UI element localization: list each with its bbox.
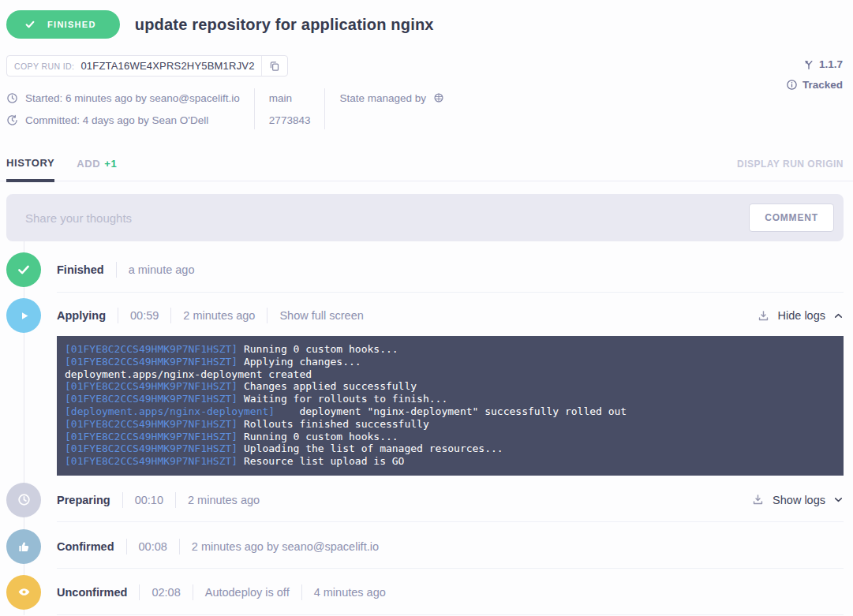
commit-history-icon [6,114,18,126]
log-line: [01FYE8C2CCS49HMK9P7NF1HSZT]Running 0 cu… [65,343,836,356]
meta-git: main 2773843 [269,87,311,131]
status-badge-label: FINISHED [47,20,96,29]
chevron-up-icon[interactable] [833,311,844,321]
log-text: Uploading the list of managed resources.… [244,442,503,454]
chip-divider [261,56,262,76]
preparing-label: Preparing [57,494,110,506]
log-id: [01FYE8C2CCS49HMK9P7NF1HSZT] [65,356,238,368]
log-text: deployment "nginx-deployment" successful… [281,405,627,417]
preparing-clock-icon [6,483,41,517]
log-panel[interactable]: [01FYE8C2CCS49HMK9P7NF1HSZT]Running 0 cu… [57,336,844,476]
comment-button[interactable]: COMMENT [749,203,834,232]
started-line: Started: 6 minutes ago by seano@spacelif… [6,87,240,109]
separator [122,492,123,508]
tab-history[interactable]: HISTORY [6,147,54,182]
show-full-screen-link[interactable]: Show full screen [279,309,363,322]
download-logs-icon[interactable] [751,493,765,506]
tab-add-label: ADD [77,158,100,170]
tab-history-label: HISTORY [6,157,54,169]
version-indicator: 1.1.7 [803,58,843,70]
log-id: [01FYE8C2CCS49HMK9P7NF1HSZT] [65,343,238,355]
log-text: Waiting for rollouts to finish... [244,393,447,405]
finished-label: Finished [57,263,104,276]
run-id-value: 01FZTA16WE4XPRS2HY5BM1RJV2 [80,60,254,72]
info-icon [786,79,798,91]
committed-line: Committed: 4 days ago by Sean O'Dell [6,109,240,131]
log-text: Rollouts finished successfully [244,418,429,430]
finished-check-icon [6,252,41,287]
unconfirmed-autodeploy: Autodeploy is off [205,586,290,599]
run-timeline: Finished a minute ago Applying 00:59 2 m… [0,252,853,615]
meta-times: Started: 6 minutes ago by seano@spacelif… [6,87,240,131]
branch-version-icon [803,59,814,70]
confirmed-thumbs-up-icon [6,529,41,564]
timeline-row-unconfirmed: Unconfirmed 02:08 Autodeploy is off 4 mi… [0,575,853,615]
hide-logs-control[interactable]: Hide logs [757,309,844,323]
confirmed-label: Confirmed [57,540,114,553]
log-id: [01FYE8C2CCS49HMK9P7NF1HSZT] [65,431,238,442]
separator [118,308,118,323]
unconfirmed-ago: 4 minutes ago [314,586,386,599]
log-line: [01FYE8C2CCS49HMK9P7NF1HSZT]Rollouts fin… [65,418,836,431]
confirmed-duration: 00:08 [139,540,167,553]
show-logs-label[interactable]: Show logs [773,494,825,506]
separator [175,492,176,508]
separator [301,584,302,600]
clock-icon [6,92,18,104]
applying-ago: 2 minutes ago [183,309,255,322]
log-text: Applying changes... [244,356,361,368]
separator [116,262,117,278]
run-meta: Started: 6 minutes ago by seano@spacelif… [6,87,844,131]
tab-bar: HISTORY ADD +1 DISPLAY RUN ORIGIN [0,147,853,181]
log-id: [deployment.apps/nginx-deployment] [65,405,275,417]
tab-add[interactable]: ADD +1 [77,147,117,181]
log-line: deployment.apps/nginx-deployment created [65,368,836,381]
unconfirmed-eye-icon [6,575,41,610]
log-line: [01FYE8C2CCS49HMK9P7NF1HSZT]Running 0 cu… [65,431,836,443]
separator [139,584,140,600]
log-line: [01FYE8C2CCS49HMK9P7NF1HSZT]Changes appl… [65,380,836,393]
preparing-ago: 2 minutes ago [188,494,260,506]
hide-logs-label[interactable]: Hide logs [778,309,825,322]
log-line: [01FYE8C2CCS49HMK9P7NF1HSZT]Uploading th… [65,442,836,455]
show-logs-control[interactable]: Show logs [751,493,844,506]
applying-duration: 00:59 [130,309,159,322]
log-id: [01FYE8C2CCS49HMK9P7NF1HSZT] [65,418,238,430]
confirmed-ago: 2 minutes ago by seano@spacelift.io [192,540,379,553]
timeline-row-finished: Finished a minute ago [0,252,853,293]
unconfirmed-label: Unconfirmed [57,586,127,599]
tracked-indicator: Tracked [786,79,843,91]
comment-input[interactable] [25,211,749,225]
log-line: [01FYE8C2CCS49HMK9P7NF1HSZT]Resource lis… [65,455,836,468]
timeline-row-confirmed: Confirmed 00:08 2 minutes ago by seano@s… [0,529,853,569]
committed-text: Committed: 4 days ago by Sean O'Dell [25,114,208,126]
log-text: Changes applied successfully [244,380,417,392]
meta-divider [254,88,255,129]
chevron-down-icon[interactable] [833,495,844,505]
log-id: [01FYE8C2CCS49HMK9P7NF1HSZT] [65,442,238,454]
log-text: deployment.apps/nginx-deployment created [65,368,312,380]
display-run-origin-button[interactable]: DISPLAY RUN ORIGIN [737,159,844,170]
download-logs-icon[interactable] [757,309,770,323]
version-label: 1.1.7 [819,58,843,70]
header: FINISHED update repository for applicati… [0,0,853,39]
applying-label: Applying [57,309,106,322]
check-icon [24,19,36,30]
copy-run-id-button[interactable]: COPY RUN ID: 01FZTA16WE4XPRS2HY5BM1RJV2 [6,55,288,77]
status-badge: FINISHED [6,10,120,39]
run-detail-page: FINISHED update repository for applicati… [0,0,853,616]
separator [179,539,180,554]
meta-divider [324,88,325,129]
separator [267,308,267,323]
log-id: [01FYE8C2CCS49HMK9P7NF1HSZT] [65,393,238,405]
log-line: [01FYE8C2CCS49HMK9P7NF1HSZT]Applying cha… [65,356,836,368]
run-id-label: COPY RUN ID: [14,62,74,71]
log-text: Running 0 custom hooks... [244,343,398,355]
copy-icon[interactable] [268,60,280,72]
finished-ago: a minute ago [129,263,195,276]
separator [126,539,127,554]
log-line: [deployment.apps/nginx-deployment] deplo… [65,405,836,418]
timeline-row-preparing: Preparing 00:10 2 minutes ago Show logs [0,483,853,522]
tracked-label: Tracked [802,79,843,91]
commit-sha: 2773843 [269,114,311,126]
